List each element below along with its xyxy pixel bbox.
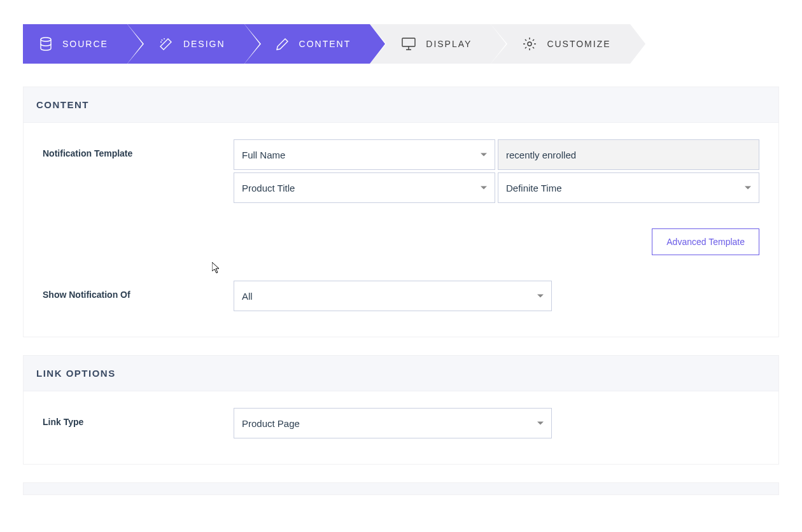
chevron-down-icon	[537, 295, 544, 298]
select-value: Product Page	[242, 418, 300, 429]
step-design[interactable]: DESIGN	[127, 24, 244, 64]
chevron-down-icon	[481, 186, 487, 190]
template-text-input[interactable]: recently enrolled	[498, 139, 759, 170]
pencil-icon	[276, 38, 289, 50]
step-label: DESIGN	[183, 39, 225, 49]
template-var1-select[interactable]: Full Name	[234, 139, 495, 170]
show-notification-of-select[interactable]: All	[234, 281, 552, 311]
wand-icon	[159, 37, 173, 51]
show-notification-of-row: Show Notification Of All	[43, 281, 759, 311]
step-label: SOURCE	[62, 39, 108, 49]
monitor-icon	[402, 38, 416, 50]
step-content[interactable]: CONTENT	[244, 24, 370, 64]
gear-icon	[523, 37, 537, 51]
link-type-label: Link Type	[43, 408, 234, 427]
advanced-template-button[interactable]: Advanced Template	[652, 228, 759, 255]
next-panel-stub	[23, 482, 779, 495]
link-options-panel-title: LINK OPTIONS	[24, 356, 778, 391]
chevron-down-icon	[537, 422, 544, 425]
select-value: Definite Time	[506, 183, 562, 193]
input-value: recently enrolled	[506, 150, 576, 160]
select-value: All	[242, 291, 253, 302]
content-panel-title: CONTENT	[24, 87, 778, 123]
template-var2-select[interactable]: Product Title	[234, 172, 495, 203]
chevron-down-icon	[481, 153, 487, 157]
show-notification-of-label: Show Notification Of	[43, 281, 234, 300]
chevron-down-icon	[745, 186, 751, 190]
step-customize[interactable]: CUSTOMIZE	[491, 24, 630, 64]
select-value: Full Name	[242, 150, 285, 160]
select-value: Product Title	[242, 183, 295, 193]
template-var3-select[interactable]: Definite Time	[498, 172, 759, 203]
notification-template-label: Notification Template	[43, 139, 234, 158]
step-display[interactable]: DISPLAY	[370, 24, 491, 64]
database-icon	[39, 37, 52, 51]
content-panel: CONTENT Notification Template Full Name …	[23, 87, 779, 337]
link-type-row: Link Type Product Page	[43, 408, 759, 438]
step-label: CUSTOMIZE	[547, 39, 610, 49]
page-container: SOURCE DESIGN CONTENT	[0, 24, 802, 495]
svg-point-0	[41, 38, 51, 41]
link-type-select[interactable]: Product Page	[234, 408, 552, 438]
notification-template-row: Notification Template Full Name recently…	[43, 139, 759, 255]
link-options-panel: LINK OPTIONS Link Type Product Page	[23, 355, 779, 465]
step-source[interactable]: SOURCE	[23, 24, 127, 64]
svg-point-2	[528, 42, 531, 46]
step-label: DISPLAY	[426, 39, 472, 49]
progress-stepper: SOURCE DESIGN CONTENT	[23, 24, 779, 64]
svg-rect-1	[402, 38, 415, 46]
step-label: CONTENT	[299, 39, 351, 49]
